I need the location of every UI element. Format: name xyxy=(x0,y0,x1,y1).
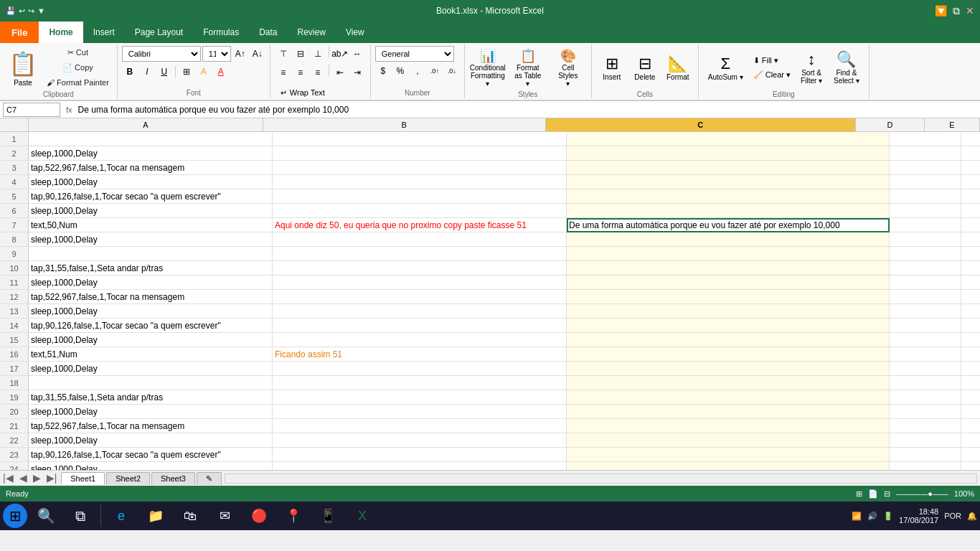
cell-d-24[interactable] xyxy=(890,462,961,470)
cell-b-3[interactable] xyxy=(273,161,567,175)
cell-d-22[interactable] xyxy=(890,433,961,448)
horizontal-scrollbar[interactable] xyxy=(225,474,977,484)
align-left-button[interactable]: ≡ xyxy=(275,65,291,80)
cell-b-23[interactable] xyxy=(273,448,567,462)
sheet-tab-sheet2[interactable]: Sheet2 xyxy=(106,472,150,485)
zoom-slider[interactable]: ————●—— xyxy=(896,489,948,498)
cell-e-22[interactable] xyxy=(961,433,980,448)
border-button[interactable]: ⊞ xyxy=(179,64,194,80)
cell-b-7[interactable]: Aqui onde diz 50, eu queria que no proxi… xyxy=(273,218,567,232)
cell-b-14[interactable] xyxy=(273,319,567,333)
cell-b-8[interactable] xyxy=(273,232,567,247)
cell-a-20[interactable]: sleep,1000,Delay xyxy=(29,405,273,419)
cell-a-11[interactable]: sleep,1000,Delay xyxy=(29,276,273,290)
cell-a-6[interactable]: sleep,1000,Delay xyxy=(29,204,273,218)
task-view-button[interactable]: ⧉ xyxy=(65,502,96,529)
col-header-c[interactable]: C xyxy=(546,118,856,131)
cell-a-10[interactable]: tap,31,55,false,1,Seta andar p/tras xyxy=(29,261,273,276)
find-select-button[interactable]: 🔍 Find &Select ▾ xyxy=(829,46,864,89)
maps-button[interactable]: 📍 xyxy=(278,502,309,529)
conditional-formatting-button[interactable]: 📊 ConditionalFormatting ▾ xyxy=(469,46,507,89)
save-icon[interactable]: 💾 xyxy=(6,6,16,16)
comma-button[interactable]: , xyxy=(410,63,425,79)
file-explorer-button[interactable]: 📁 xyxy=(140,502,171,529)
cell-e-2[interactable] xyxy=(961,146,980,161)
cell-d-2[interactable] xyxy=(890,146,961,161)
cell-c-21[interactable] xyxy=(567,419,890,433)
cell-a-24[interactable]: sleep,1000,Delay xyxy=(29,462,273,470)
cell-c-3[interactable] xyxy=(567,161,890,175)
cell-a-22[interactable]: sleep,1000,Delay xyxy=(29,433,273,448)
cell-a-7[interactable]: text,50,Num xyxy=(29,218,273,232)
cell-d-17[interactable] xyxy=(890,362,961,376)
cell-c-7[interactable]: De uma forma automática porque eu vou fa… xyxy=(567,218,890,232)
tab-page-layout[interactable]: Page Layout xyxy=(125,22,193,43)
cell-c-8[interactable] xyxy=(567,232,890,247)
add-sheet-button[interactable]: ✎ xyxy=(197,472,222,485)
paste-button[interactable]: 📋 xyxy=(4,49,42,79)
col-header-b[interactable]: B xyxy=(263,118,546,131)
cell-c-14[interactable] xyxy=(567,319,890,333)
dropdown-icon[interactable]: ▼ xyxy=(37,6,45,15)
normal-view-button[interactable]: ⊞ xyxy=(856,489,862,499)
cut-button[interactable]: ✂ Cut xyxy=(43,46,113,60)
tab-data[interactable]: Data xyxy=(249,22,287,43)
cell-e-21[interactable] xyxy=(961,419,980,433)
cell-styles-button[interactable]: 🎨 CellStyles ▾ xyxy=(550,46,587,89)
cell-d-10[interactable] xyxy=(890,261,961,276)
cell-d-9[interactable] xyxy=(890,247,961,261)
cell-a-17[interactable]: sleep,1000,Delay xyxy=(29,362,273,376)
clock-display[interactable]: 18:48 17/08/2017 xyxy=(899,507,938,524)
fill-button[interactable]: ⬇ Fill ▾ xyxy=(750,54,794,67)
tab-formulas[interactable]: Formulas xyxy=(193,22,249,43)
cell-b-20[interactable] xyxy=(273,405,567,419)
cell-d-8[interactable] xyxy=(890,232,961,247)
cell-e-20[interactable] xyxy=(961,405,980,419)
increase-indent-button[interactable]: ⇥ xyxy=(349,65,365,80)
cell-d-5[interactable] xyxy=(890,189,961,204)
wrap-text-button[interactable]: ↵ Wrap Text xyxy=(275,83,357,102)
decrease-indent-button[interactable]: ⇤ xyxy=(332,65,348,80)
window-controls[interactable]: 🔽 ⧉ ✕ xyxy=(935,5,974,17)
cell-d-7[interactable] xyxy=(890,218,961,232)
cell-a-2[interactable]: sleep,1000,Delay xyxy=(29,146,273,161)
cell-e-13[interactable] xyxy=(961,304,980,319)
decrease-decimal-button[interactable]: .0↓ xyxy=(444,63,460,79)
angle-text-button[interactable]: ab↗ xyxy=(332,46,348,62)
cell-d-21[interactable] xyxy=(890,419,961,433)
decrease-font-button[interactable]: A↓ xyxy=(250,46,265,62)
cell-c-23[interactable] xyxy=(567,448,890,462)
cell-c-6[interactable] xyxy=(567,204,890,218)
cell-c-13[interactable] xyxy=(567,304,890,319)
tab-view[interactable]: View xyxy=(336,22,374,43)
cell-a-13[interactable]: sleep,1000,Delay xyxy=(29,304,273,319)
increase-font-button[interactable]: A↑ xyxy=(232,46,248,62)
cell-e-17[interactable] xyxy=(961,362,980,376)
cell-a-9[interactable] xyxy=(29,247,273,261)
number-format-select[interactable]: General xyxy=(375,46,454,62)
increase-decimal-button[interactable]: .0↑ xyxy=(427,63,443,79)
cell-b-13[interactable] xyxy=(273,304,567,319)
nav-last-sheet[interactable]: ▶| xyxy=(44,472,60,485)
align-right-button[interactable]: ≡ xyxy=(310,65,326,80)
minimize-button[interactable]: 🔽 xyxy=(935,5,947,17)
cell-b-2[interactable] xyxy=(273,146,567,161)
cell-e-6[interactable] xyxy=(961,204,980,218)
cell-b-15[interactable] xyxy=(273,333,567,347)
bold-button[interactable]: B xyxy=(122,64,138,80)
search-button[interactable]: 🔍 xyxy=(30,502,62,529)
cell-e-7[interactable] xyxy=(961,218,980,232)
edge-button[interactable]: e xyxy=(105,502,137,529)
cell-d-14[interactable] xyxy=(890,319,961,333)
cell-a-18[interactable] xyxy=(29,376,273,390)
cell-c-11[interactable] xyxy=(567,276,890,290)
cell-e-4[interactable] xyxy=(961,175,980,189)
cell-d-13[interactable] xyxy=(890,304,961,319)
nav-prev-sheet[interactable]: ◀ xyxy=(17,472,30,485)
cell-e-10[interactable] xyxy=(961,261,980,276)
indent-button[interactable]: ↔ xyxy=(349,46,365,62)
cell-a-1[interactable] xyxy=(29,132,273,146)
redo-icon[interactable]: ↪ xyxy=(28,6,34,16)
excel-button[interactable]: X xyxy=(347,502,378,529)
insert-cells-button[interactable]: ⊞ Insert xyxy=(596,46,628,89)
